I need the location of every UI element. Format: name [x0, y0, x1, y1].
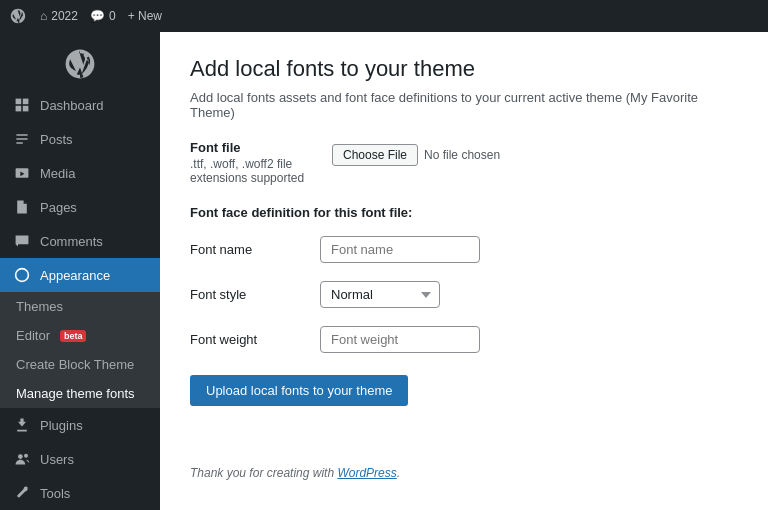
- sidebar-item-label: Comments: [40, 234, 103, 249]
- no-file-text: No file chosen: [424, 148, 500, 162]
- font-name-label: Font name: [190, 242, 320, 257]
- appearance-icon: [12, 265, 32, 285]
- font-file-sublabel: .ttf, .woff, .woff2 file extensions supp…: [190, 157, 320, 185]
- appearance-submenu: Themes Editor beta Create Block Theme Ma…: [0, 292, 160, 408]
- sidebar-subitem-label: Create Block Theme: [16, 357, 134, 372]
- font-weight-row: Font weight: [190, 326, 738, 353]
- adminbar-comments[interactable]: 💬 0: [90, 9, 116, 23]
- svg-rect-0: [16, 99, 22, 105]
- font-name-row: Font name: [190, 236, 738, 263]
- wordpress-link[interactable]: WordPress: [337, 466, 396, 480]
- dashboard-icon: [12, 95, 32, 115]
- upload-button[interactable]: Upload local fonts to your theme: [190, 375, 408, 406]
- sidebar-item-users[interactable]: Users: [0, 442, 160, 476]
- sidebar-item-themes[interactable]: Themes: [0, 292, 160, 321]
- font-style-label: Font style: [190, 287, 320, 302]
- sidebar-item-appearance[interactable]: Appearance: [0, 258, 160, 292]
- font-face-section: Font face definition for this font file:…: [190, 205, 738, 406]
- sidebar-item-posts[interactable]: Posts: [0, 122, 160, 156]
- font-weight-label: Font weight: [190, 332, 320, 347]
- posts-icon: [12, 129, 32, 149]
- users-icon: [12, 449, 32, 469]
- font-file-label-area: Font file .ttf, .woff, .woff2 file exten…: [190, 140, 320, 185]
- font-style-row: Font style Normal Italic Oblique: [190, 281, 738, 308]
- sidebar-item-create-block-theme[interactable]: Create Block Theme: [0, 350, 160, 379]
- svg-point-7: [24, 454, 28, 458]
- sidebar-item-plugins[interactable]: Plugins: [0, 408, 160, 442]
- sidebar-item-label: Dashboard: [40, 98, 104, 113]
- svg-point-5: [16, 269, 29, 282]
- main-content: Add local fonts to your theme Add local …: [160, 32, 768, 510]
- font-name-input[interactable]: [320, 236, 480, 263]
- font-weight-input[interactable]: [320, 326, 480, 353]
- plugins-icon: [12, 415, 32, 435]
- sidebar-item-dashboard[interactable]: Dashboard: [0, 88, 160, 122]
- sidebar-subitem-label: Themes: [16, 299, 63, 314]
- font-style-select[interactable]: Normal Italic Oblique: [320, 281, 440, 308]
- media-icon: [12, 163, 32, 183]
- sidebar-item-editor[interactable]: Editor beta: [0, 321, 160, 350]
- sidebar-subitem-label: Manage theme fonts: [16, 386, 135, 401]
- sidebar-logo: [0, 36, 160, 88]
- sidebar-item-comments[interactable]: Comments: [0, 224, 160, 258]
- choose-file-button[interactable]: Choose File: [332, 144, 418, 166]
- sidebar-item-manage-theme-fonts[interactable]: Manage theme fonts: [0, 379, 160, 408]
- sidebar-item-label: Tools: [40, 486, 70, 501]
- beta-badge: beta: [60, 330, 87, 342]
- sidebar-item-media[interactable]: Media: [0, 156, 160, 190]
- tools-icon: [12, 483, 32, 503]
- font-face-title: Font face definition for this font file:: [190, 205, 738, 220]
- sidebar: Dashboard Posts Media Pages Comments: [0, 32, 160, 510]
- sidebar-item-label: Users: [40, 452, 74, 467]
- svg-rect-2: [16, 106, 22, 112]
- font-file-label: Font file: [190, 140, 320, 155]
- svg-point-6: [18, 454, 23, 459]
- adminbar-site-name[interactable]: ⌂ 2022: [40, 9, 78, 23]
- adminbar-new[interactable]: + New: [128, 9, 162, 23]
- page-title: Add local fonts to your theme: [190, 56, 738, 82]
- sidebar-item-label: Plugins: [40, 418, 83, 433]
- svg-rect-1: [23, 99, 29, 105]
- footer: Thank you for creating with WordPress.: [190, 466, 738, 480]
- sidebar-item-pages[interactable]: Pages: [0, 190, 160, 224]
- footer-text: Thank you for creating with: [190, 466, 337, 480]
- sidebar-item-tools[interactable]: Tools: [0, 476, 160, 510]
- footer-period: .: [397, 466, 400, 480]
- svg-rect-3: [23, 106, 29, 112]
- sidebar-item-label: Appearance: [40, 268, 110, 283]
- sidebar-item-label: Media: [40, 166, 75, 181]
- admin-bar: ⌂ 2022 💬 0 + New: [0, 0, 768, 32]
- wp-logo[interactable]: [8, 6, 28, 26]
- page-subtitle: Add local fonts assets and font face def…: [190, 90, 738, 120]
- pages-icon: [12, 197, 32, 217]
- sidebar-item-label: Posts: [40, 132, 73, 147]
- font-file-section: Font file .ttf, .woff, .woff2 file exten…: [190, 140, 738, 185]
- comments-icon: [12, 231, 32, 251]
- font-file-input-area: Choose File No file chosen: [332, 140, 500, 166]
- sidebar-subitem-label: Editor: [16, 328, 50, 343]
- sidebar-item-label: Pages: [40, 200, 77, 215]
